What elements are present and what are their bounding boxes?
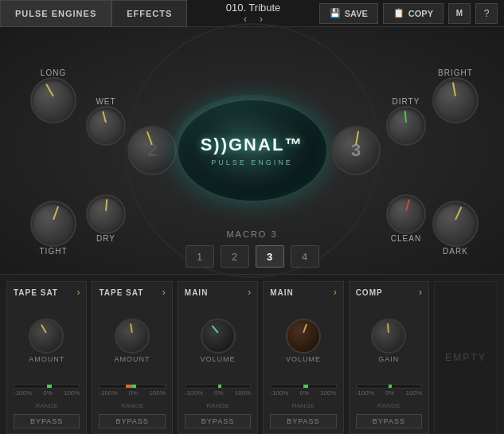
range-label-container-0: RANGE <box>14 397 80 411</box>
macro-knob-4[interactable] <box>371 319 406 354</box>
knob-dark-control[interactable] <box>432 201 479 247</box>
macro-arrow-0[interactable]: › <box>76 287 80 298</box>
empty-label: EMPTY <box>445 352 486 363</box>
knob-tight-label: TIGHT <box>40 247 68 256</box>
knob-clean-label: CLEAN <box>391 234 421 243</box>
logo-text: S))GNAL™ <box>201 135 304 155</box>
range-max-0: 100% <box>64 389 80 397</box>
side-knob-2[interactable]: 2 <box>127 126 177 175</box>
macro-knob-container-2: VOLUME <box>185 301 251 381</box>
range-labels-1: -100% 0% 100% <box>99 389 165 397</box>
range-container-2: -100% 0% 100% RANGE <box>185 384 251 411</box>
macro-knob-label-1: AMOUNT <box>115 355 150 363</box>
macro-arrow-3[interactable]: › <box>334 287 337 298</box>
macro-arrow-2[interactable]: › <box>248 287 251 298</box>
bypass-button-2[interactable]: BYPASS <box>185 414 251 428</box>
range-min-4: -100% <box>356 389 374 397</box>
macro-knob-label-2: VOLUME <box>201 355 236 363</box>
knob-dirty-label: DIRTY <box>393 97 420 106</box>
macros-area: TAPE SAT › AMOUNT -100% 0% 100% RANGE <box>0 274 504 434</box>
range-zero-0: 0% <box>43 389 53 397</box>
tab-2[interactable]: 2 <box>221 245 249 268</box>
knob-tight-control[interactable] <box>30 201 76 247</box>
knob-bright-control[interactable] <box>432 77 479 123</box>
knob-clean-control[interactable] <box>386 194 426 234</box>
macro-name-0: TAPE SAT <box>14 288 58 297</box>
tab-3[interactable]: 3 <box>256 245 284 268</box>
macro-name-3: MAIN <box>270 288 294 297</box>
range-bar-2[interactable] <box>185 384 251 389</box>
save-button[interactable]: 💾 SAVE <box>319 3 378 24</box>
midi-button[interactable]: M <box>448 3 471 24</box>
tab-1[interactable]: 1 <box>186 245 214 268</box>
knob-wet-label: WET <box>96 97 115 106</box>
macro-arrow-4[interactable]: › <box>419 287 422 298</box>
range-bar-1[interactable] <box>99 384 165 389</box>
tab-4[interactable]: 4 <box>291 245 319 268</box>
help-button[interactable]: ? <box>475 3 498 24</box>
bypass-button-1[interactable]: BYPASS <box>99 414 165 428</box>
knob-dirty-control[interactable] <box>386 106 426 146</box>
knob-dirty: DIRTY <box>386 97 426 146</box>
macro-header-1: TAPE SAT › <box>99 287 165 298</box>
macro-header-2: MAIN › <box>185 287 251 298</box>
copy-icon: 📋 <box>393 8 404 18</box>
range-container-4: -100% 0% 100% RANGE <box>356 384 422 411</box>
range-min-1: -100% <box>99 389 117 397</box>
macro-knob-container-3: VOLUME <box>270 301 336 381</box>
knob-dry-control[interactable] <box>86 194 126 234</box>
macro-slot-1: TAPE SAT › AMOUNT -100% 0% 100% <box>92 281 172 434</box>
range-label-3: RANGE <box>292 402 315 409</box>
range-label-2: RANGE <box>206 402 229 409</box>
knob-wet-control[interactable] <box>86 106 126 146</box>
range-label-4: RANGE <box>377 402 400 409</box>
effects-button[interactable]: EFFECTS <box>111 0 187 27</box>
macro-header-3: MAIN › <box>270 287 336 298</box>
range-label-container-2: RANGE <box>185 397 251 411</box>
pulse-engines-button[interactable]: PULSE ENGINES <box>0 0 111 27</box>
macro-name-1: TAPE SAT <box>99 288 143 297</box>
knob-long-label: LONG <box>41 68 66 77</box>
macro-knob-2[interactable] <box>201 319 236 354</box>
range-container-3: -100% 0% 100% RANGE <box>270 384 336 411</box>
knob-long: LONG <box>30 68 76 123</box>
knob-clean: CLEAN <box>386 194 426 243</box>
center-logo: S))GNAL™ PULSE ENGINE <box>177 99 328 202</box>
range-container-0: -100% 0% 100% RANGE <box>14 384 80 411</box>
range-bar-0[interactable] <box>14 384 80 389</box>
macro-name-2: MAIN <box>185 288 209 297</box>
macro-knob-container-0: AMOUNT <box>14 301 80 381</box>
range-min-3: -100% <box>270 389 288 397</box>
range-zero-1: 0% <box>129 389 139 397</box>
macro-header-0: TAPE SAT › <box>14 287 80 298</box>
side-knob-3[interactable]: 3 <box>331 126 381 175</box>
bypass-button-4[interactable]: BYPASS <box>356 414 422 428</box>
macro-knob-label-0: AMOUNT <box>29 355 64 363</box>
range-labels-3: -100% 0% 100% <box>270 389 336 397</box>
range-max-4: 100% <box>406 389 422 397</box>
range-max-2: 100% <box>235 389 251 397</box>
range-bar-4[interactable] <box>356 384 422 389</box>
range-bar-3[interactable] <box>270 384 336 389</box>
range-zero-3: 0% <box>299 389 309 397</box>
save-label: SAVE <box>345 9 368 18</box>
range-label-0: RANGE <box>35 402 57 409</box>
copy-button[interactable]: 📋 COPY <box>383 3 443 24</box>
range-labels-0: -100% 0% 100% <box>14 389 80 397</box>
bypass-button-0[interactable]: BYPASS <box>14 414 80 428</box>
macro-slot-4: COMP › GAIN -100% 0% 100% RANGE <box>349 281 429 434</box>
macro-arrow-1[interactable]: › <box>162 287 166 298</box>
macro-knob-3[interactable] <box>286 319 321 354</box>
macro-label: MACRO 3 <box>226 229 277 239</box>
bypass-button-3[interactable]: BYPASS <box>270 414 336 428</box>
nav-title-section: 010. Tribute ‹ › <box>187 2 318 25</box>
macro-knob-0[interactable] <box>29 319 64 354</box>
macro-name-4: COMP <box>356 288 383 297</box>
range-labels-4: -100% 0% 100% <box>356 389 422 397</box>
logo-sub: PULSE ENGINE <box>211 158 293 166</box>
knob-long-control[interactable] <box>30 77 76 123</box>
macro-slot-0: TAPE SAT › AMOUNT -100% 0% 100% RANGE <box>6 281 87 434</box>
knob-bright: BRIGHT <box>432 68 479 123</box>
macro-knob-1[interactable] <box>115 319 150 354</box>
range-zero-2: 0% <box>214 389 224 397</box>
